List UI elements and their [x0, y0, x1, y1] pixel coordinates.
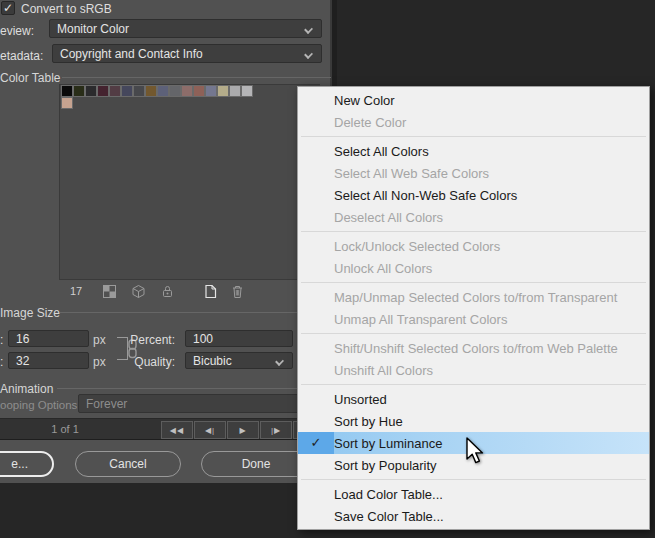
color-swatch[interactable]	[181, 85, 193, 97]
height-label: :	[0, 355, 3, 369]
save-button-label: e...	[11, 457, 28, 471]
color-swatch[interactable]	[169, 85, 181, 97]
menu-item: Delete Color	[298, 111, 649, 133]
color-swatch[interactable]	[109, 85, 121, 97]
color-swatch[interactable]	[121, 85, 133, 97]
save-for-web-dialog: ✓ Convert to sRGB eview: Monitor Color e…	[0, 0, 655, 538]
done-button-label: Done	[242, 457, 271, 471]
checkmark-icon: ✓	[298, 432, 334, 454]
web-shift-cube-icon[interactable]	[131, 284, 146, 299]
color-swatch[interactable]	[61, 85, 73, 97]
menu-item-label: Select All Non-Web Safe Colors	[334, 188, 517, 203]
playback-button[interactable]: ◀◀	[161, 421, 193, 439]
playback-button[interactable]: ▶	[227, 421, 259, 439]
lock-icon[interactable]	[160, 284, 175, 299]
color-swatch[interactable]	[85, 85, 97, 97]
menu-separator	[301, 282, 646, 283]
divider	[60, 312, 331, 313]
animation-title: Animation	[0, 382, 53, 396]
color-swatch[interactable]	[217, 85, 229, 97]
menu-item-label: Unmap All Transparent Colors	[334, 312, 507, 327]
playback-button[interactable]: |▶	[260, 421, 292, 439]
mouse-cursor	[465, 437, 489, 469]
new-color-icon[interactable]	[203, 284, 218, 299]
height-input[interactable]: 32	[8, 352, 89, 369]
metadata-value: Copyright and Contact Info	[60, 47, 203, 61]
metadata-dropdown[interactable]: Copyright and Contact Info	[52, 44, 322, 63]
looping-options-label: ooping Options:	[0, 399, 81, 411]
menu-item-label: Sort by Popularity	[334, 458, 437, 473]
menu-item[interactable]: Select All Non-Web Safe Colors	[298, 184, 649, 206]
menu-item: Select All Web Safe Colors	[298, 162, 649, 184]
menu-item-label: Save Color Table...	[334, 509, 444, 524]
percent-value: 100	[193, 332, 213, 346]
color-swatch[interactable]	[205, 85, 217, 97]
divider	[62, 77, 331, 78]
color-table-area	[59, 84, 320, 280]
menu-item-label: Deselect All Colors	[334, 210, 443, 225]
playback-button[interactable]: ◀|	[194, 421, 226, 439]
save-button[interactable]: e...	[0, 451, 54, 477]
menu-separator	[301, 333, 646, 334]
quality-value: Bicubic	[193, 354, 232, 368]
menu-item[interactable]: Load Color Table...	[298, 483, 649, 505]
convert-srgb-label: Convert to sRGB	[21, 2, 112, 16]
chevron-down-icon	[304, 25, 313, 34]
menu-item: Shift/Unshift Selected Colors to/from We…	[298, 337, 649, 359]
animation-playback-strip: 1 of 1 ◀◀◀|▶|▶▶▶	[0, 418, 332, 440]
color-swatch[interactable]	[61, 97, 73, 109]
menu-item[interactable]: Sort by Hue	[298, 410, 649, 432]
convert-srgb-checkbox[interactable]: ✓	[1, 1, 15, 15]
preview-value: Monitor Color	[57, 22, 129, 36]
color-table-title: Color Table	[0, 71, 60, 85]
menu-item-label: Unlock All Colors	[334, 261, 432, 276]
menu-item-label: Unsorted	[334, 392, 387, 407]
menu-item-label: Delete Color	[334, 115, 406, 130]
done-button[interactable]: Done	[201, 451, 311, 477]
looping-options-dropdown[interactable]: Forever	[78, 394, 330, 413]
menu-item[interactable]: Unsorted	[298, 388, 649, 410]
preview-dropdown[interactable]: Monitor Color	[49, 19, 322, 38]
menu-item[interactable]: Select All Colors	[298, 140, 649, 162]
menu-item: Deselect All Colors	[298, 206, 649, 228]
color-swatch[interactable]	[133, 85, 145, 97]
menu-separator	[301, 479, 646, 480]
color-swatch[interactable]	[241, 85, 253, 97]
chevron-down-icon	[275, 357, 284, 366]
menu-item: Unlock All Colors	[298, 257, 649, 279]
quality-label: Quality:	[103, 355, 175, 369]
menu-item-label: New Color	[334, 93, 395, 108]
menu-separator	[301, 136, 646, 137]
menu-item-label: Sort by Luminance	[334, 436, 442, 451]
menu-item-label: Map/Unmap Selected Colors to/from Transp…	[334, 290, 617, 305]
color-swatch[interactable]	[229, 85, 241, 97]
color-swatch-grid	[61, 85, 254, 109]
color-swatch[interactable]	[157, 85, 169, 97]
preview-label: eview:	[0, 24, 34, 38]
menu-item: Unmap All Transparent Colors	[298, 308, 649, 330]
color-swatch[interactable]	[97, 85, 109, 97]
menu-item[interactable]: New Color	[298, 89, 649, 111]
menu-item-label: Select All Colors	[334, 144, 429, 159]
menu-item[interactable]: Save Color Table...	[298, 505, 649, 527]
color-swatch[interactable]	[73, 85, 85, 97]
width-label: :	[0, 333, 3, 347]
percent-input[interactable]: 100	[185, 330, 293, 347]
menu-separator	[301, 384, 646, 385]
cancel-button-label: Cancel	[109, 457, 146, 471]
chevron-down-icon	[304, 50, 313, 59]
width-input[interactable]: 16	[8, 330, 89, 347]
menu-item-label: Shift/Unshift Selected Colors to/from We…	[334, 341, 618, 356]
metadata-label: etadata:	[0, 49, 43, 63]
trash-icon[interactable]	[230, 284, 245, 299]
color-swatch[interactable]	[145, 85, 157, 97]
menu-item: Map/Unmap Selected Colors to/from Transp…	[298, 286, 649, 308]
divider	[57, 388, 331, 389]
menu-item-label: Load Color Table...	[334, 487, 443, 502]
menu-item-label: Select All Web Safe Colors	[334, 166, 489, 181]
menu-item: Unshift All Colors	[298, 359, 649, 381]
cancel-button[interactable]: Cancel	[75, 451, 181, 477]
color-swatch[interactable]	[193, 85, 205, 97]
transparency-checkerboard-icon[interactable]	[102, 284, 117, 299]
quality-dropdown[interactable]: Bicubic	[185, 352, 293, 369]
